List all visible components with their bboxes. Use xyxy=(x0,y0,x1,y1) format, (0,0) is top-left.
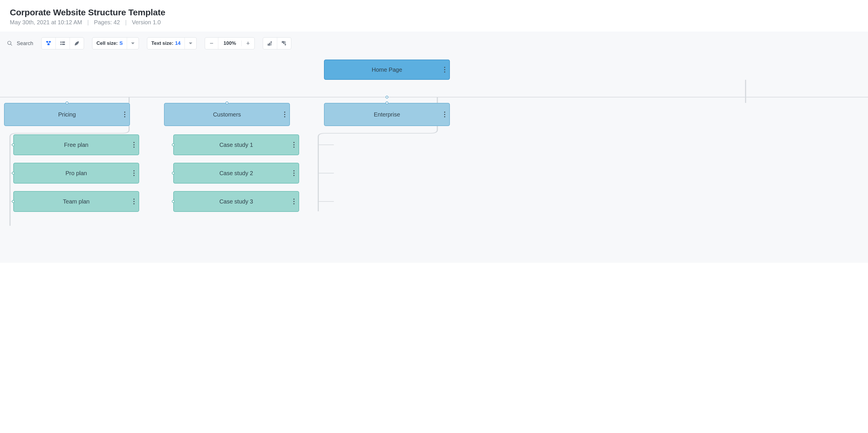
svg-rect-8 xyxy=(61,44,62,45)
node-main[interactable]: Pricing xyxy=(4,103,130,126)
connector-dot xyxy=(172,200,175,203)
svg-point-0 xyxy=(8,41,11,45)
cell-size-dropdown[interactable]: Cell size: S xyxy=(92,37,139,50)
node-main[interactable]: Enterprise xyxy=(324,103,450,126)
sort-asc-button[interactable] xyxy=(263,37,277,49)
meta-separator: | xyxy=(87,19,89,26)
chevron-down-icon xyxy=(189,42,192,44)
node-root[interactable]: Home Page xyxy=(324,60,450,80)
cell-size-label: Cell size: xyxy=(96,40,118,46)
cell-size-value: S xyxy=(120,40,123,46)
connector-dot xyxy=(385,96,389,98)
node-menu-button[interactable] xyxy=(444,67,445,73)
node-label: Case study 3 xyxy=(219,198,253,205)
connector-dot xyxy=(12,143,15,146)
search-label: Search xyxy=(17,40,33,47)
meta-pages: Pages: 42 xyxy=(94,19,120,26)
view-leaf-button[interactable] xyxy=(70,37,84,49)
text-size-caret[interactable] xyxy=(185,37,196,49)
zoom-value: 100% xyxy=(218,40,241,46)
svg-rect-13 xyxy=(282,41,283,43)
svg-line-5 xyxy=(48,42,49,44)
svg-rect-14 xyxy=(284,41,284,44)
svg-rect-11 xyxy=(268,44,269,46)
node-sub[interactable]: Pro plan xyxy=(13,163,139,183)
text-size-dropdown[interactable]: Text size: 14 xyxy=(147,37,197,50)
node-menu-button[interactable] xyxy=(133,170,134,176)
sort-asc-icon xyxy=(267,40,273,46)
svg-rect-7 xyxy=(61,41,62,42)
node-menu-button[interactable] xyxy=(444,112,445,117)
page-header: Corporate Website Structure Template May… xyxy=(0,0,868,31)
node-label: Pricing xyxy=(58,111,76,118)
grid-icon xyxy=(60,40,66,46)
zoom-in-button[interactable]: + xyxy=(242,37,255,49)
meta-version: Version 1.0 xyxy=(132,19,161,26)
meta-date: May 30th, 2021 at 10:12 AM xyxy=(10,19,82,26)
view-tree-button[interactable] xyxy=(41,37,56,49)
svg-rect-3 xyxy=(49,41,51,42)
node-sub[interactable]: Free plan xyxy=(13,135,139,155)
node-label: Enterprise xyxy=(374,111,400,118)
svg-rect-4 xyxy=(48,44,50,45)
node-menu-button[interactable] xyxy=(293,170,294,176)
connector-dot xyxy=(172,143,175,146)
page-meta: May 30th, 2021 at 10:12 AM | Pages: 42 |… xyxy=(10,19,858,26)
svg-rect-12 xyxy=(270,43,270,46)
node-menu-button[interactable] xyxy=(293,142,294,148)
sort-desc-icon xyxy=(281,40,287,46)
svg-rect-2 xyxy=(46,41,48,42)
connector-dot xyxy=(225,102,228,104)
node-label: Free plan xyxy=(64,142,89,148)
search-icon xyxy=(7,40,13,46)
zoom-control: − 100% + xyxy=(205,37,255,50)
node-main[interactable]: Customers xyxy=(164,103,290,126)
tree-icon xyxy=(45,40,52,46)
view-mode-group xyxy=(41,37,84,50)
cell-size-caret[interactable] xyxy=(127,37,138,49)
connector-dot xyxy=(66,102,68,104)
connector-dot xyxy=(12,172,15,175)
node-menu-button[interactable] xyxy=(133,199,134,204)
node-sub[interactable]: Team plan xyxy=(13,191,139,212)
node-menu-button[interactable] xyxy=(133,142,134,148)
toolbar: Search Cell size: S Text size: xyxy=(0,37,868,55)
node-label: Team plan xyxy=(63,198,90,205)
page-title: Corporate Website Structure Template xyxy=(10,7,858,17)
svg-line-6 xyxy=(49,42,50,44)
node-label: Case study 2 xyxy=(219,170,253,177)
node-sub[interactable]: Case study 1 xyxy=(173,135,299,155)
leaf-icon xyxy=(74,40,80,46)
meta-separator: | xyxy=(125,19,126,26)
text-size-label: Text size: xyxy=(151,40,173,46)
view-grid-button[interactable] xyxy=(56,37,70,49)
svg-line-1 xyxy=(11,44,12,46)
node-menu-button[interactable] xyxy=(293,199,294,204)
sort-desc-button[interactable] xyxy=(277,37,291,49)
sitemap-canvas[interactable]: Home Page Pricing Free plan Pro plan Tea… xyxy=(0,55,868,229)
connector-dot xyxy=(385,102,389,104)
chevron-down-icon xyxy=(131,42,134,44)
node-label: Pro plan xyxy=(66,170,87,177)
node-menu-button[interactable] xyxy=(284,112,285,117)
search-button[interactable]: Search xyxy=(7,40,33,47)
svg-rect-9 xyxy=(62,41,65,42)
svg-rect-10 xyxy=(62,44,65,45)
node-label: Customers xyxy=(213,111,241,118)
node-menu-button[interactable] xyxy=(124,112,125,117)
connector-dot xyxy=(172,172,175,175)
node-sub[interactable]: Case study 3 xyxy=(173,191,299,212)
node-root-label: Home Page xyxy=(372,66,402,73)
zoom-out-button[interactable]: − xyxy=(205,37,218,49)
node-sub[interactable]: Case study 2 xyxy=(173,163,299,183)
connector-dot xyxy=(12,200,15,203)
text-size-value: 14 xyxy=(175,40,181,46)
sort-group xyxy=(263,37,291,50)
node-label: Case study 1 xyxy=(219,142,253,148)
